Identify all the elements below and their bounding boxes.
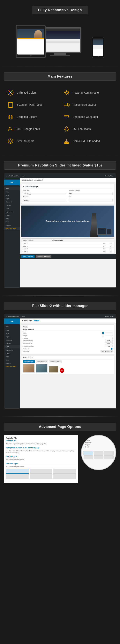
po-list-item-creative: Creative xyxy=(84,446,114,448)
flex-images-label: Slider Images xyxy=(23,357,113,360)
flex-checkbox-keyboard[interactable] xyxy=(111,348,113,350)
flex-sidebar-item-revslider[interactable]: Revolution Slider xyxy=(4,365,20,368)
monitor-nav xyxy=(40,28,80,31)
po-section-portfolio-style: Portfolio style You can choose portfolio… xyxy=(6,463,76,479)
rev-form-input-duration[interactable] xyxy=(69,193,113,196)
rev-preview-button[interactable]: Save and Preview xyxy=(36,255,51,258)
po-layout-thumb-4[interactable] xyxy=(6,474,29,479)
flex-setting-label-keyboard: Keyboard xyxy=(23,348,29,350)
flex-sidebar-item-pages[interactable]: Pages xyxy=(4,335,20,338)
flex-sidebar-item-media[interactable]: Media xyxy=(4,332,20,335)
rev-admin-item-wp: ⌂ xyxy=(6,175,7,177)
rev-sidebar-item-revslider[interactable]: Revolution Slider xyxy=(4,227,20,230)
rev-sidebar-item-settings[interactable]: Settings xyxy=(4,224,20,227)
rev-layer-time-4: 20 xyxy=(109,251,113,252)
rev-layer-panel: Layer Params Layers Sorting Layer 1 100 … xyxy=(21,238,114,253)
po-layout-thumb-3[interactable] xyxy=(53,469,76,474)
po-layout-thumb-2[interactable] xyxy=(30,469,53,474)
feature-label-sliders: Unlimited Sliders xyxy=(16,115,37,118)
rev-sidebar-item-comments[interactable]: Comments xyxy=(4,200,20,204)
rev-sidebar-item-slider[interactable]: Slider xyxy=(4,207,20,210)
po-circle-layout-2[interactable] xyxy=(94,451,103,455)
flex-sidebar-item-plugins[interactable]: Plugins xyxy=(4,352,20,355)
flex-admin-bar: ⌂ WordPress Site + New Howdy, Admin xyxy=(4,314,116,318)
tablet-screen xyxy=(17,27,44,54)
flex-sidebar-item-portfolio[interactable]: Portfolio xyxy=(4,342,20,345)
rev-layer-row-2: Layer 2 200 20 xyxy=(21,245,114,248)
features-title: Main Features xyxy=(48,74,72,78)
rev-sidebar-item-pages[interactable]: Pages xyxy=(4,197,20,200)
revolution-title-box: Premium Revolution Slider Included (valu… xyxy=(4,161,116,170)
rev-slider-preview-content: Powerful and responsive wordpress theme xyxy=(21,206,114,237)
flex-img-tab-upload[interactable]: Upload Images xyxy=(23,360,35,363)
po-portfolio-style-title: Portfolio style xyxy=(6,463,76,465)
rev-header-title: Edit Slide (Id: 4, slider12.jpg) xyxy=(22,179,43,181)
flex-setting-row-keyboard: Keyboard xyxy=(23,348,113,350)
flex-checkbox-autoplay[interactable] xyxy=(111,337,113,339)
flex-setting-row-delay: Transition delay 4000 xyxy=(23,340,113,342)
tablet-screen-content xyxy=(17,39,44,40)
rev-edit-slide-title-text: Slide Settings xyxy=(25,186,38,188)
svg-point-3 xyxy=(9,93,10,94)
rev-admin-item-site: WordPress Site xyxy=(8,175,19,177)
flex-checkbox-height[interactable] xyxy=(102,334,104,336)
rev-sidebar-layout: WP Home Posts Media Pages Comments Portf… xyxy=(4,178,116,288)
flex-setting-label-width: Width xyxy=(23,332,26,334)
po-circle-layout-6[interactable] xyxy=(104,456,114,459)
rev-form-input-title[interactable] xyxy=(23,193,67,196)
rev-sidebar: WP Home Posts Media Pages Comments Portf… xyxy=(4,178,20,288)
svg-point-4 xyxy=(11,93,12,94)
page-options-title: Advanced Page Options xyxy=(39,425,81,429)
rev-layer-params-title: Layer Params xyxy=(23,239,33,241)
flex-admin-item-site: WordPress Site xyxy=(8,316,19,317)
flex-sidebar-item-slider[interactable]: Slider xyxy=(4,345,20,348)
rev-form-row-2: Transition Link xyxy=(23,196,113,202)
flex-add-image-button[interactable]: + xyxy=(60,368,64,373)
rev-sidebar-item-home[interactable]: Home xyxy=(4,187,20,190)
flex-sidebar-item-home[interactable]: Home xyxy=(4,325,20,328)
svg-point-24 xyxy=(66,128,67,129)
flex-img-tab-captions[interactable]: Captions Gallery xyxy=(49,360,62,363)
rev-sidebar-item-tools[interactable]: Tools xyxy=(4,220,20,224)
po-circle-layout-4[interactable] xyxy=(84,456,93,459)
rev-sidebar-item-plugins[interactable]: Plugins xyxy=(4,214,20,217)
rev-sidebar-item-media[interactable]: Media xyxy=(4,194,20,197)
rev-form-group-link: Link xyxy=(69,196,113,202)
flex-sidebar-item-tools[interactable]: Tools xyxy=(4,358,20,362)
po-circle-layout-5[interactable] xyxy=(94,456,103,459)
rev-save-button[interactable]: Save Changes xyxy=(21,255,34,258)
flex-sidebar-item-settings[interactable]: Settings xyxy=(4,362,20,365)
po-circle-layout-1[interactable] xyxy=(84,451,93,455)
rev-sidebar-item-appearance[interactable]: Appearance xyxy=(4,210,20,214)
po-portfolio-size-title: Portfolio Size xyxy=(6,456,76,458)
po-layout-thumb-5[interactable] xyxy=(30,474,53,479)
rev-form-input-transition[interactable] xyxy=(23,199,67,202)
po-layout-thumb-6[interactable] xyxy=(53,474,76,479)
svg-point-6 xyxy=(65,92,68,94)
rev-layer-time-3: 10 xyxy=(109,248,113,250)
flex-sidebar-item-posts[interactable]: Posts xyxy=(4,328,20,332)
svg-rect-13 xyxy=(68,104,69,106)
rev-device-tablet xyxy=(107,229,112,235)
flex-sidebar-item-appearance[interactable]: Appearance xyxy=(4,348,20,352)
feature-label-shortcode: Shortcode Generator xyxy=(73,115,98,118)
rev-device-monitor xyxy=(97,228,106,235)
flex-sidebar-item-users[interactable]: Users xyxy=(4,355,20,358)
revolution-screenshot: ⌂ WordPress Site + New Howdy, Admin WP H… xyxy=(4,174,116,288)
po-layout-thumb-1[interactable] xyxy=(6,469,29,474)
po-section-portfolio-file: Portfolio File Portfolio file This is th… xyxy=(6,437,76,445)
rev-form-label-transition: Transition xyxy=(23,196,67,198)
feature-item-support: Great Support xyxy=(4,135,60,147)
rev-form-input-link[interactable] xyxy=(69,199,113,202)
feature-label-posts: 5 Custom Post Types xyxy=(16,103,42,106)
rev-sidebar-item-users[interactable]: Users xyxy=(4,217,20,220)
rev-admin-item-howdy: Howdy, Admin xyxy=(105,175,114,177)
rev-sidebar-item-portfolio[interactable]: Portfolio xyxy=(4,204,20,207)
flex-image-previews: + xyxy=(23,364,113,373)
flex-img-tab-manage[interactable]: Manage Gallery xyxy=(36,360,48,363)
rev-sidebar-item-posts[interactable]: Posts xyxy=(4,190,20,194)
po-circle-layout-3[interactable] xyxy=(104,451,114,455)
flex-checkbox-width[interactable] xyxy=(102,332,104,334)
flex-sidebar-item-comments[interactable]: Comments xyxy=(4,338,20,342)
rev-layer-depth-4: 100 xyxy=(101,251,107,252)
